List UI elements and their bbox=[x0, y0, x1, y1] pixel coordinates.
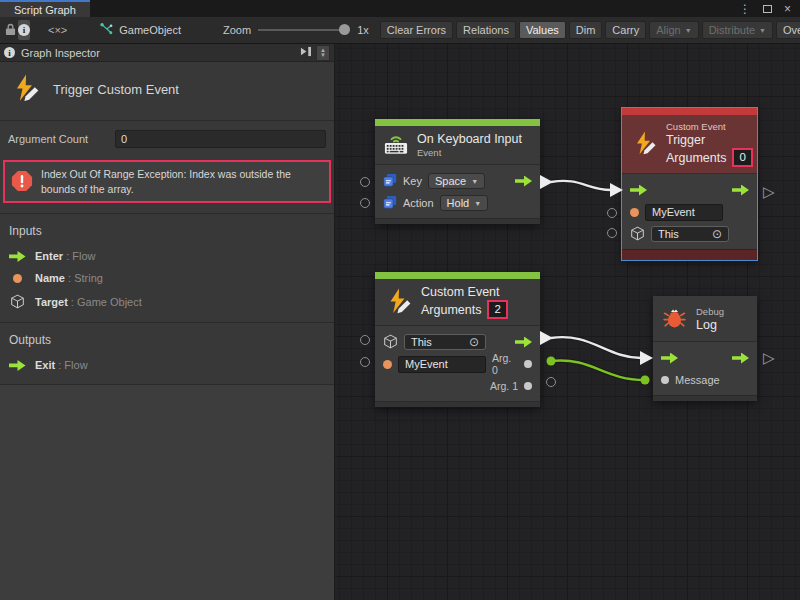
flow-out-arrow-icon[interactable] bbox=[515, 176, 532, 187]
customevent-arg1-port[interactable] bbox=[546, 377, 556, 387]
bug-icon bbox=[662, 305, 687, 332]
flow-row bbox=[622, 179, 757, 201]
input-port-target: TargetGame Object bbox=[0, 289, 334, 314]
unit-title: Trigger Custom Event bbox=[53, 82, 179, 97]
event-name-input[interactable] bbox=[645, 204, 723, 221]
trigger-name-port[interactable] bbox=[607, 208, 617, 218]
event-name-input[interactable] bbox=[398, 356, 486, 373]
node-trigger-custom-event[interactable]: Custom Event Trigger Arguments 0 bbox=[622, 108, 757, 260]
arg1-row: Arg. 1 bbox=[375, 375, 540, 397]
carry-button[interactable]: Carry bbox=[605, 21, 646, 39]
node-title: Log bbox=[696, 318, 724, 332]
chevron-down-icon: ▼ bbox=[471, 178, 478, 185]
dock-icon[interactable] bbox=[299, 46, 312, 59]
action-row: Action Hold ▼ bbox=[375, 192, 540, 214]
custom-event-icon bbox=[631, 130, 657, 158]
arguments-count-annotation: 2 bbox=[487, 300, 507, 319]
flow-out-arrow-icon[interactable] bbox=[732, 353, 749, 364]
unit-title-block: Trigger Custom Event bbox=[0, 62, 334, 120]
keyboard-key-port[interactable] bbox=[360, 177, 370, 187]
gameobject-cube-icon bbox=[9, 294, 25, 309]
node-on-keyboard-input[interactable]: On Keyboard Input Event Key Space ▼ bbox=[375, 119, 540, 224]
action-dropdown[interactable]: Hold ▼ bbox=[440, 195, 489, 211]
maximize-icon[interactable] bbox=[763, 5, 772, 13]
overview-button[interactable]: Overv bbox=[776, 21, 800, 39]
string-port-icon[interactable] bbox=[630, 208, 639, 217]
string-port-icon[interactable] bbox=[383, 360, 392, 369]
node-title: Trigger bbox=[666, 133, 753, 147]
toolbar-buttons: Clear Errors Relations Values Dim Carry … bbox=[377, 21, 800, 39]
distribute-button[interactable]: Distribute ▼ bbox=[702, 21, 773, 39]
arguments-count-annotation: 0 bbox=[732, 148, 752, 167]
trigger-target-port[interactable] bbox=[607, 228, 617, 238]
target-object-field[interactable]: This ⊙ bbox=[651, 226, 729, 242]
dim-button[interactable]: Dim bbox=[569, 21, 603, 39]
node-custom-event[interactable]: Custom Event Arguments 2 This ⊙ bbox=[375, 272, 540, 407]
object-picker-icon[interactable]: ⊙ bbox=[469, 336, 479, 348]
zoom-value: 1x bbox=[357, 24, 369, 36]
lock-button[interactable] bbox=[5, 20, 16, 40]
input-port-name: NameString bbox=[0, 267, 334, 289]
menu-icon[interactable]: ⋮ bbox=[739, 3, 751, 15]
node-category: Custom Event bbox=[666, 121, 753, 132]
message-port[interactable] bbox=[661, 376, 669, 384]
flow-arrow-icon bbox=[9, 360, 25, 371]
inspector-empty-area bbox=[0, 384, 334, 600]
graph-reference[interactable]: GameObject bbox=[99, 22, 181, 38]
arg0-port[interactable] bbox=[524, 360, 532, 368]
flow-out-arrow-icon[interactable] bbox=[515, 337, 532, 348]
clear-errors-button[interactable]: Clear Errors bbox=[380, 21, 453, 39]
input-port-enter: EnterFlow bbox=[0, 245, 334, 267]
close-icon[interactable]: × bbox=[784, 3, 791, 15]
tab-title: Script Graph bbox=[14, 4, 76, 16]
zoom-control: Zoom 1x bbox=[223, 24, 369, 36]
argument-count-input[interactable] bbox=[115, 130, 326, 148]
flow-out-arrow-icon[interactable] bbox=[732, 185, 749, 196]
error-icon bbox=[11, 170, 33, 194]
customevent-target-port[interactable] bbox=[360, 335, 370, 345]
inspector-toggle-button[interactable]: i bbox=[18, 20, 30, 40]
custom-event-icon bbox=[10, 73, 40, 105]
panel-spinner[interactable]: ▲ ▼ bbox=[316, 45, 330, 61]
inputs-heading: Inputs bbox=[0, 214, 334, 245]
relations-button[interactable]: Relations bbox=[456, 21, 516, 39]
arguments-label: Arguments bbox=[666, 151, 726, 165]
outputs-heading: Outputs bbox=[0, 323, 334, 354]
trigger-flow-out-port[interactable]: ▷ bbox=[763, 184, 775, 199]
info-icon: i bbox=[18, 24, 30, 36]
spin-down-icon[interactable]: ▼ bbox=[320, 53, 326, 58]
info-icon: i bbox=[4, 47, 15, 58]
values-button[interactable]: Values bbox=[519, 21, 566, 39]
arg1-port[interactable] bbox=[524, 382, 532, 390]
argument-count-label: Argument Count bbox=[8, 133, 115, 145]
zoom-slider[interactable] bbox=[258, 29, 350, 31]
flow-in-arrow-icon[interactable] bbox=[630, 185, 647, 196]
target-row: This ⊙ bbox=[375, 331, 540, 353]
gameobject-cube-icon bbox=[383, 334, 398, 351]
window-controls: ⋮ × bbox=[739, 0, 800, 17]
arguments-label: Arguments bbox=[421, 303, 481, 317]
arg0-label: Arg. 0 bbox=[492, 352, 518, 376]
chevron-down-icon: ▼ bbox=[685, 27, 692, 34]
flow-row bbox=[653, 347, 757, 369]
graph-toolbar: i <×> GameObject Zoom 1x Clear Errors Re… bbox=[0, 17, 800, 44]
tab-script-graph[interactable]: Script Graph bbox=[0, 0, 90, 17]
object-picker-icon[interactable]: ⊙ bbox=[712, 228, 722, 240]
graph-inspector-panel: i Graph Inspector ▲ ▼ Trigger Custom Eve… bbox=[0, 44, 335, 600]
code-icon: <×> bbox=[48, 24, 67, 36]
flow-in-arrow-icon[interactable] bbox=[661, 353, 678, 364]
align-button[interactable]: Align ▼ bbox=[649, 21, 698, 39]
key-dropdown[interactable]: Space ▼ bbox=[428, 173, 485, 189]
graph-canvas[interactable]: On Keyboard Input Event Key Space ▼ bbox=[335, 44, 800, 600]
node-debug-log[interactable]: Debug Log Message bbox=[653, 296, 757, 401]
zoom-slider-handle[interactable] bbox=[339, 24, 350, 35]
edit-script-button[interactable]: <×> bbox=[48, 20, 67, 40]
debug-flow-out-port[interactable]: ▷ bbox=[763, 350, 775, 365]
customevent-name-port[interactable] bbox=[360, 357, 370, 367]
inspector-header: i Graph Inspector ▲ ▼ bbox=[0, 44, 334, 62]
target-object-field[interactable]: This ⊙ bbox=[404, 334, 486, 350]
target-row: This ⊙ bbox=[622, 223, 757, 245]
enum-icon bbox=[383, 173, 397, 189]
keyboard-action-port[interactable] bbox=[360, 198, 370, 208]
node-subtitle: Event bbox=[417, 147, 522, 158]
